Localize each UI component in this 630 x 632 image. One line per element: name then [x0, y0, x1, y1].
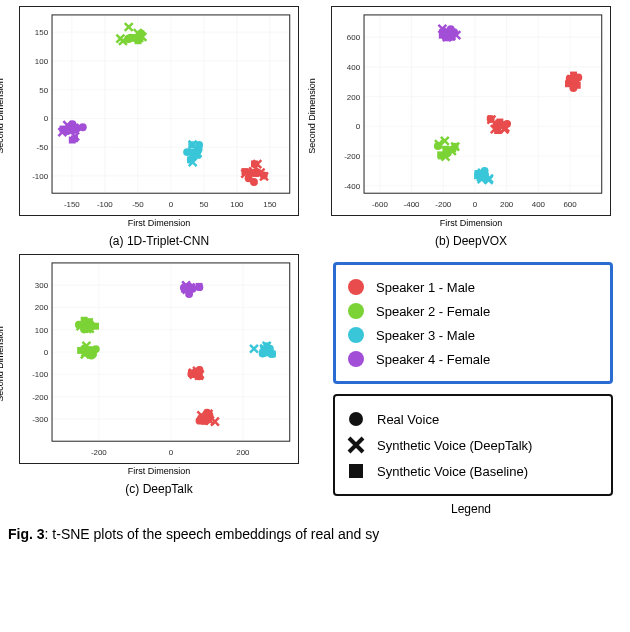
legend-speaker-label: Speaker 1 - Male [376, 280, 475, 295]
caption-legend: Legend [451, 502, 491, 516]
svg-text:0: 0 [473, 200, 478, 209]
legend-column: Speaker 1 - MaleSpeaker 2 - FemaleSpeake… [329, 254, 613, 496]
legend-speaker-row: Speaker 2 - Female [348, 299, 598, 323]
svg-text:600: 600 [347, 33, 361, 42]
legend-speaker-row: Speaker 3 - Male [348, 323, 598, 347]
svg-text:100: 100 [35, 57, 49, 66]
caption-b: (b) DeepVOX [435, 234, 507, 248]
svg-text:-100: -100 [32, 370, 48, 379]
legend-mark-row: Synthetic Voice (Baseline) [347, 458, 599, 484]
svg-text:-400: -400 [344, 182, 360, 191]
svg-text:-400: -400 [404, 200, 420, 209]
svg-rect-34 [241, 168, 248, 175]
ylabel-a: Second Dimension [0, 78, 5, 154]
svg-point-210 [349, 412, 363, 426]
legend-swatch [348, 303, 364, 319]
legend-mark-row: Real Voice [347, 406, 599, 432]
svg-point-51 [195, 141, 203, 149]
svg-text:300: 300 [35, 281, 49, 290]
legend-mark-label: Synthetic Voice (DeepTalk) [377, 438, 532, 453]
panel-a: Second Dimension -150-100-50050100150-10… [6, 6, 312, 248]
legend-swatch [348, 327, 364, 343]
svg-point-196 [268, 350, 276, 358]
svg-text:400: 400 [347, 63, 361, 72]
svg-text:200: 200 [35, 303, 49, 312]
svg-text:200: 200 [500, 200, 514, 209]
svg-text:100: 100 [35, 326, 49, 335]
svg-rect-124 [474, 170, 481, 177]
legend-speakers: Speaker 1 - MaleSpeaker 2 - FemaleSpeake… [333, 262, 613, 384]
svg-text:-50: -50 [132, 200, 144, 209]
svg-text:-200: -200 [435, 200, 451, 209]
svg-text:50: 50 [39, 86, 48, 95]
svg-text:-100: -100 [32, 172, 48, 181]
xlabel-a: First Dimension [128, 218, 191, 228]
svg-text:-200: -200 [91, 448, 107, 457]
figure-caption: Fig. 3: t-SNE plots of the speech embedd… [0, 522, 630, 546]
svg-point-191 [92, 345, 100, 353]
svg-text:-50: -50 [37, 143, 49, 152]
svg-text:400: 400 [532, 200, 546, 209]
svg-text:-600: -600 [372, 200, 388, 209]
svg-point-62 [79, 123, 87, 131]
caption-c: (c) DeepTalk [125, 482, 192, 496]
svg-text:0: 0 [356, 122, 361, 131]
legend-mark-row: Synthetic Voice (DeepTalk) [347, 432, 599, 458]
svg-point-164 [197, 414, 205, 422]
legend-swatch [348, 279, 364, 295]
panel-legend: Speaker 1 - MaleSpeaker 2 - FemaleSpeake… [318, 254, 624, 516]
xlabel-c: First Dimension [128, 466, 191, 476]
svg-text:0: 0 [44, 114, 49, 123]
svg-text:0: 0 [169, 448, 174, 457]
chart-c: Second Dimension -2000200-300-200-100010… [19, 254, 299, 464]
svg-rect-30 [251, 160, 258, 167]
svg-point-53 [183, 148, 191, 156]
legend-speaker-row: Speaker 4 - Female [348, 347, 598, 371]
legend-mark-label: Synthetic Voice (Baseline) [377, 464, 528, 479]
svg-rect-61 [71, 127, 78, 134]
legend-swatch [348, 351, 364, 367]
svg-text:0: 0 [44, 348, 49, 357]
svg-point-31 [250, 178, 258, 186]
svg-point-98 [501, 121, 509, 129]
svg-text:150: 150 [35, 28, 49, 37]
fig-text: : t-SNE plots of the speech embeddings o… [45, 526, 380, 542]
legend-speaker-label: Speaker 2 - Female [376, 304, 490, 319]
svg-text:-100: -100 [97, 200, 113, 209]
plot-a: -150-100-50050100150-100-50050100150 [20, 7, 298, 215]
svg-text:-200: -200 [32, 393, 48, 402]
panel-c: Second Dimension -2000200-300-200-100010… [6, 254, 312, 516]
svg-rect-211 [349, 464, 363, 478]
svg-rect-89 [364, 15, 602, 193]
plot-c: -2000200-300-200-1000100200300 [20, 255, 298, 463]
svg-text:0: 0 [169, 200, 174, 209]
svg-rect-133 [444, 34, 451, 41]
figure-grid: Second Dimension -150-100-50050100150-10… [0, 0, 630, 522]
plot-b: -600-400-2000200400600-400-2000200400600 [332, 7, 610, 215]
panel-b: Second Dimension -600-400-2000200400600-… [318, 6, 624, 248]
x-icon [347, 436, 365, 454]
ylabel-b: Second Dimension [307, 78, 317, 154]
svg-text:100: 100 [230, 200, 244, 209]
svg-rect-181 [81, 317, 88, 324]
legend-marks: Real VoiceSynthetic Voice (DeepTalk)Synt… [333, 394, 613, 496]
svg-point-125 [481, 167, 489, 175]
legend-mark-label: Real Voice [377, 412, 439, 427]
chart-b: Second Dimension -600-400-2000200400600-… [331, 6, 611, 216]
legend-speaker-row: Speaker 1 - Male [348, 275, 598, 299]
fig-label: Fig. 3 [8, 526, 45, 542]
legend-speaker-label: Speaker 3 - Male [376, 328, 475, 343]
xlabel-b: First Dimension [440, 218, 503, 228]
svg-text:200: 200 [236, 448, 250, 457]
svg-text:600: 600 [563, 200, 577, 209]
svg-text:200: 200 [347, 93, 361, 102]
svg-text:-150: -150 [64, 200, 80, 209]
svg-text:150: 150 [263, 200, 277, 209]
svg-text:-200: -200 [344, 152, 360, 161]
chart-a: Second Dimension -150-100-50050100150-10… [19, 6, 299, 216]
svg-point-105 [569, 84, 577, 92]
legend-speaker-label: Speaker 4 - Female [376, 352, 490, 367]
svg-point-162 [203, 409, 211, 417]
svg-rect-57 [71, 135, 78, 142]
svg-text:-300: -300 [32, 415, 48, 424]
